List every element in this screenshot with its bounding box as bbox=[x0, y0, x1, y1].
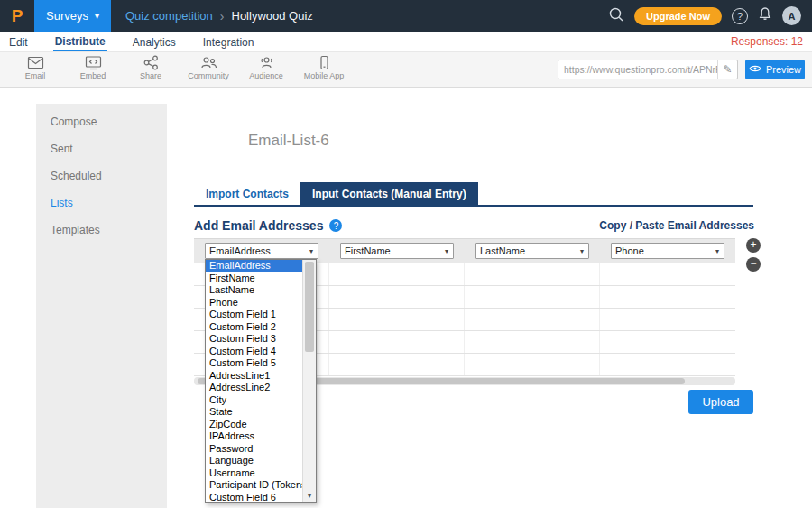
sidebar-item-templates[interactable]: Templates bbox=[36, 217, 167, 244]
dropdown-scrollbar[interactable]: ▾ bbox=[302, 260, 316, 502]
column-select-firstname[interactable]: FirstName ▾ bbox=[340, 243, 454, 259]
remove-row-button[interactable]: − bbox=[746, 257, 761, 272]
contact-cell[interactable] bbox=[600, 331, 735, 353]
add-email-addresses-heading: Add Email Addresses bbox=[194, 218, 323, 233]
surveys-label: Surveys bbox=[46, 9, 88, 23]
column-select-phone[interactable]: Phone ▾ bbox=[611, 243, 724, 259]
sidebar-item-sent[interactable]: Sent bbox=[36, 135, 167, 162]
contact-cell[interactable] bbox=[329, 286, 465, 308]
contact-cell[interactable] bbox=[329, 331, 465, 353]
topbar-actions: Upgrade Now ? A bbox=[608, 6, 812, 26]
nav-item-analytics[interactable]: Analytics bbox=[131, 33, 178, 51]
toolbar-label: Mobile App bbox=[304, 71, 345, 80]
toolbar-item-share[interactable]: Share bbox=[125, 55, 177, 80]
toolbar-items: Email Embed Share bbox=[9, 55, 350, 80]
notifications-button[interactable] bbox=[758, 6, 772, 25]
select-arrow-icon: ▾ bbox=[440, 247, 453, 255]
contact-cell[interactable] bbox=[465, 263, 600, 285]
dropdown-option[interactable]: Participant ID (Tokens) bbox=[206, 479, 304, 492]
copy-paste-email-link[interactable]: Copy / Paste Email Addresses bbox=[599, 219, 754, 232]
contact-cell[interactable] bbox=[600, 286, 735, 308]
preview-button[interactable]: Preview bbox=[745, 60, 805, 79]
select-value: EmailAddress bbox=[206, 245, 305, 256]
contact-cell[interactable] bbox=[329, 263, 465, 285]
email-sidebar: Compose Sent Scheduled Lists Templates bbox=[36, 104, 167, 508]
dropdown-option[interactable]: State bbox=[206, 406, 304, 419]
audience-icon bbox=[258, 55, 275, 70]
dropdown-option[interactable]: Custom Field 1 bbox=[206, 309, 304, 321]
dropdown-option[interactable]: ZipCode bbox=[206, 419, 304, 431]
contact-cell[interactable] bbox=[600, 354, 735, 375]
contacts-tabs: Import Contacts Input Contacts (Manual E… bbox=[194, 182, 753, 207]
dropdown-option[interactable]: LastName bbox=[206, 284, 304, 297]
select-arrow-icon: ▾ bbox=[711, 247, 724, 255]
survey-nav: Edit Distribute Analytics Integration Re… bbox=[0, 32, 812, 52]
select-value: Phone bbox=[612, 245, 711, 256]
email-icon bbox=[27, 55, 44, 70]
dropdown-option[interactable]: AddressLine1 bbox=[206, 370, 304, 383]
tab-import-contacts[interactable]: Import Contacts bbox=[194, 182, 300, 205]
dropdown-option[interactable]: FirstName bbox=[206, 272, 304, 285]
contact-cell[interactable] bbox=[465, 309, 600, 330]
sidebar-item-compose[interactable]: Compose bbox=[36, 108, 167, 135]
edit-url-button[interactable]: ✎ bbox=[717, 60, 737, 79]
toolbar-label: Community bbox=[188, 71, 229, 80]
contact-cell[interactable] bbox=[465, 331, 600, 353]
nav-item-edit[interactable]: Edit bbox=[7, 33, 30, 51]
search-button[interactable] bbox=[608, 6, 624, 26]
scroll-down-arrow-icon[interactable]: ▾ bbox=[303, 489, 316, 502]
nav-item-distribute[interactable]: Distribute bbox=[53, 32, 107, 51]
grid-header-cell: LastName ▾ bbox=[465, 239, 600, 263]
toolbar-item-community[interactable]: Community bbox=[182, 55, 235, 80]
dropdown-option[interactable]: IPAddress bbox=[206, 430, 304, 443]
sidebar-item-scheduled[interactable]: Scheduled bbox=[36, 162, 167, 189]
toolbar-item-mobile-app[interactable]: Mobile App bbox=[298, 55, 350, 80]
breadcrumb-parent-link[interactable]: Quiz competition bbox=[125, 9, 213, 23]
dropdown-option[interactable]: Custom Field 2 bbox=[206, 321, 304, 334]
survey-url-field[interactable]: https://www.questionpro.com/t/APNrFZ bbox=[558, 64, 717, 75]
contact-cell[interactable] bbox=[465, 286, 600, 308]
dropdown-option[interactable]: Custom Field 6 bbox=[206, 492, 304, 503]
share-icon bbox=[143, 55, 160, 70]
contact-cell[interactable] bbox=[600, 263, 735, 285]
toolbar-label: Email bbox=[25, 71, 46, 80]
logo-letter: P bbox=[12, 6, 23, 26]
dropdown-option[interactable]: Custom Field 4 bbox=[206, 346, 304, 358]
nav-item-integration[interactable]: Integration bbox=[201, 33, 256, 51]
add-emails-header: Add Email Addresses ? Copy / Paste Email… bbox=[194, 217, 754, 235]
dropdown-option[interactable]: Custom Field 3 bbox=[206, 333, 304, 346]
pencil-icon: ✎ bbox=[723, 63, 732, 76]
dropdown-option[interactable]: Password bbox=[206, 443, 304, 456]
dropdown-option[interactable]: Phone bbox=[206, 297, 304, 309]
tab-input-contacts-manual[interactable]: Input Contacts (Manual Entry) bbox=[300, 182, 478, 205]
grid-header-cell: FirstName ▾ bbox=[329, 239, 465, 263]
dropdown-option[interactable]: EmailAddress bbox=[206, 260, 304, 272]
surveys-menu-button[interactable]: Surveys ▾ bbox=[34, 0, 111, 32]
column-select-emailaddress[interactable]: EmailAddress ▾ bbox=[205, 243, 318, 259]
add-row-button[interactable]: + bbox=[746, 238, 761, 253]
dropdown-scrollbar-thumb[interactable] bbox=[305, 262, 314, 352]
avatar[interactable]: A bbox=[782, 6, 801, 25]
toolbar-item-email[interactable]: Email bbox=[9, 55, 61, 80]
column-select-lastname[interactable]: LastName ▾ bbox=[475, 243, 589, 259]
sidebar-item-lists[interactable]: Lists bbox=[36, 189, 167, 217]
upload-button[interactable]: Upload bbox=[688, 390, 753, 414]
contact-cell[interactable] bbox=[329, 309, 465, 330]
dropdown-option[interactable]: AddressLine2 bbox=[206, 382, 304, 394]
toolbar-item-embed[interactable]: Embed bbox=[67, 55, 119, 80]
dropdown-option[interactable]: Username bbox=[206, 467, 304, 480]
help-tooltip-icon[interactable]: ? bbox=[329, 219, 342, 232]
upgrade-now-button[interactable]: Upgrade Now bbox=[634, 7, 722, 25]
contact-cell[interactable] bbox=[600, 309, 735, 330]
dropdown-option[interactable]: City bbox=[206, 394, 304, 407]
help-button[interactable]: ? bbox=[732, 8, 748, 24]
select-arrow-icon: ▾ bbox=[305, 247, 318, 255]
contact-cell[interactable] bbox=[465, 354, 600, 375]
dropdown-option[interactable]: Language bbox=[206, 455, 304, 467]
bell-icon bbox=[758, 6, 772, 25]
chevron-down-icon: ▾ bbox=[95, 11, 99, 21]
contact-cell[interactable] bbox=[329, 354, 465, 375]
breadcrumb-current: Hollywood Quiz bbox=[232, 9, 313, 23]
dropdown-option[interactable]: Custom Field 5 bbox=[206, 357, 304, 370]
toolbar-item-audience[interactable]: Audience bbox=[240, 55, 292, 80]
